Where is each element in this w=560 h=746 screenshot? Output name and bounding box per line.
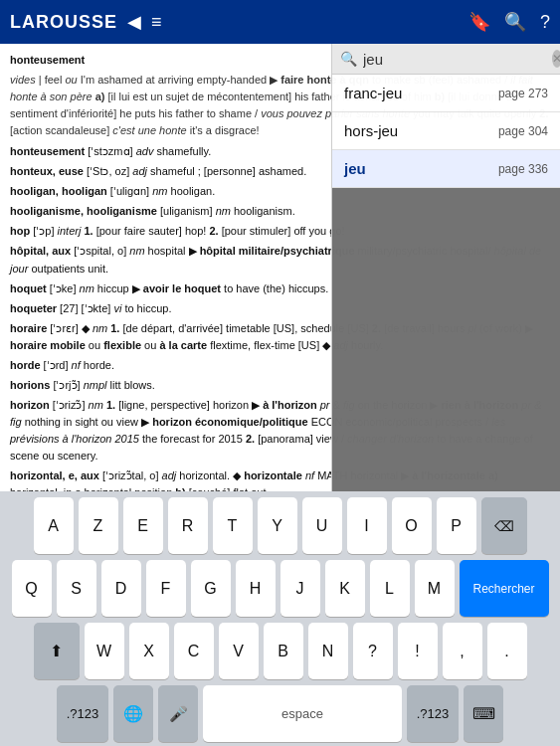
numbers-key-left[interactable]: .?123 [57, 685, 108, 742]
search-result-jeu[interactable]: jeu page 336 [332, 150, 560, 188]
key-x[interactable]: X [129, 623, 169, 679]
key-m[interactable]: M [415, 560, 455, 617]
key-a[interactable]: A [34, 497, 74, 554]
key-r[interactable]: R [168, 497, 208, 554]
key-dot[interactable]: . [487, 623, 527, 679]
key-v[interactable]: V [219, 623, 259, 679]
backspace-key[interactable]: ⌫ [481, 497, 527, 554]
clear-search-button[interactable]: ✕ [552, 50, 560, 68]
header-left: LAROUSSE ◀ ≡ [10, 11, 162, 33]
keyboard-row-2: Q S D F G H J K L M Rechercher [3, 560, 557, 617]
key-question[interactable]: ? [353, 623, 393, 679]
key-d[interactable]: D [101, 560, 141, 617]
result-word-2: hors-jeu [344, 122, 398, 139]
key-o[interactable]: O [392, 497, 432, 554]
key-w[interactable]: W [85, 623, 124, 679]
key-q[interactable]: Q [12, 560, 52, 617]
search-icon[interactable]: 🔍 [504, 11, 526, 33]
key-c[interactable]: C [174, 623, 214, 679]
key-h[interactable]: H [236, 560, 276, 617]
search-input[interactable] [363, 51, 552, 68]
key-u[interactable]: U [302, 497, 342, 554]
mic-key[interactable]: 🎤 [158, 685, 198, 742]
key-n[interactable]: N [308, 623, 348, 679]
key-i[interactable]: I [347, 497, 387, 554]
header: LAROUSSE ◀ ≡ 🔖 🔍 ? [0, 0, 560, 44]
search-magnifier-icon: 🔍 [340, 51, 357, 67]
keyboard-row-1: A Z E R T Y U I O P ⌫ [3, 497, 557, 554]
key-y[interactable]: Y [258, 497, 297, 554]
search-result-hors-jeu[interactable]: hors-jeu page 304 [332, 112, 560, 150]
search-result-franc-jeu[interactable]: franc-jeu page 273 [332, 75, 560, 112]
keyboard-hide-key[interactable]: ⌨ [464, 685, 503, 742]
search-overlay: 🔍 ✕ franc-jeu page 273 hors-jeu page 304… [331, 44, 560, 491]
key-b[interactable]: B [264, 623, 303, 679]
return-key[interactable]: Rechercher [460, 560, 549, 617]
help-icon[interactable]: ? [540, 12, 550, 33]
result-word-3: jeu [344, 160, 366, 177]
keyboard: A Z E R T Y U I O P ⌫ Q S D F G H J K L … [0, 491, 560, 746]
key-j[interactable]: J [280, 560, 320, 617]
back-button[interactable]: ◀ [127, 11, 141, 33]
keyboard-row-3: ⬆ W X C V B N ? ! , . [3, 623, 557, 679]
key-s[interactable]: S [57, 560, 96, 617]
keyboard-row-4: .?123 🌐 🎤 espace .?123 ⌨ [3, 685, 557, 742]
menu-icon[interactable]: ≡ [151, 12, 162, 33]
key-g[interactable]: G [191, 560, 231, 617]
shift-key[interactable]: ⬆ [34, 623, 80, 679]
bookmark-icon[interactable]: 🔖 [468, 11, 490, 33]
result-word-1: franc-jeu [344, 85, 402, 101]
key-exclaim[interactable]: ! [398, 623, 438, 679]
space-key[interactable]: espace [203, 685, 402, 742]
key-t[interactable]: T [213, 497, 253, 554]
result-page-2: page 304 [498, 124, 548, 138]
numbers-key-right[interactable]: .?123 [407, 685, 459, 742]
overlay-backdrop [332, 188, 560, 491]
key-comma[interactable]: , [443, 623, 482, 679]
key-k[interactable]: K [325, 560, 365, 617]
key-e[interactable]: E [123, 497, 163, 554]
logo: LAROUSSE [10, 12, 117, 33]
result-page-1: page 273 [498, 87, 548, 100]
main-area: honteusement vides | feel ou I'm ashamed… [0, 44, 560, 491]
key-f[interactable]: F [146, 560, 186, 617]
key-z[interactable]: Z [79, 497, 118, 554]
key-l[interactable]: L [370, 560, 410, 617]
result-page-3: page 336 [498, 162, 548, 176]
key-p[interactable]: P [437, 497, 476, 554]
header-right: 🔖 🔍 ? [468, 11, 550, 33]
globe-key[interactable]: 🌐 [113, 685, 153, 742]
search-results-list: franc-jeu page 273 hors-jeu page 304 jeu… [332, 75, 560, 188]
search-bar: 🔍 ✕ [332, 44, 560, 75]
